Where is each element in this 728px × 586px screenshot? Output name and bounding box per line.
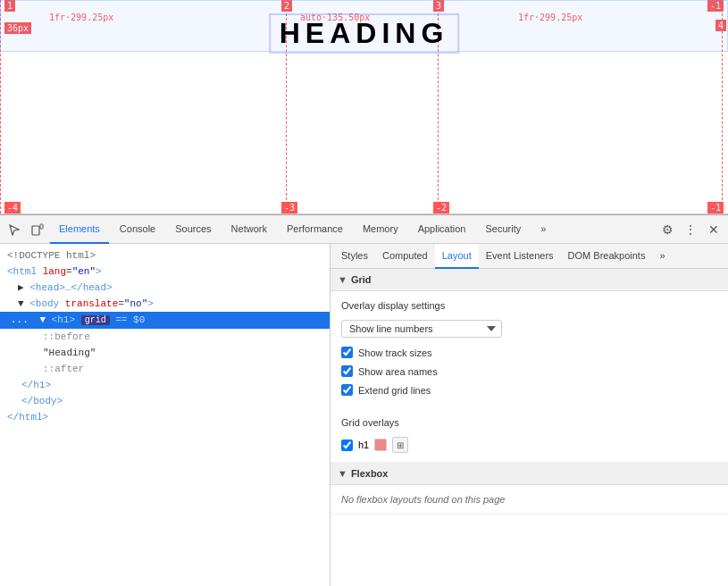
checkbox-area-names: Show area names <box>341 365 717 377</box>
right-panel: Styles Computed Layout Event Listeners D… <box>331 244 728 586</box>
settings-btn[interactable]: ⚙ <box>657 219 678 240</box>
sub-tab-layout[interactable]: Layout <box>435 244 479 269</box>
sub-tab-computed[interactable]: Computed <box>375 244 435 269</box>
dom-line-body[interactable]: ▼ <body translate="no"> <box>0 296 330 312</box>
preview-area: 1fr·299.25px auto·135.50px 1fr·299.25px … <box>0 0 728 214</box>
dom-line-head[interactable]: ▶ <head>…</head> <box>0 280 330 296</box>
dom-line-h1-close[interactable]: </h1> <box>0 377 330 393</box>
sub-tab-more[interactable]: » <box>652 244 672 269</box>
checkbox-track-sizes: Show track sizes <box>341 347 717 358</box>
grid-label-bot-neg1: -1 <box>707 202 724 213</box>
tab-memory[interactable]: Memory <box>354 215 407 244</box>
checkbox-area-names-input[interactable] <box>341 365 353 377</box>
sub-tabs: Styles Computed Layout Event Listeners D… <box>331 244 728 269</box>
flexbox-section: ▼ Flexbox No flexbox layouts found on th… <box>331 463 728 515</box>
dom-line-h1-selected[interactable]: ... ▼ <h1> grid == $0 <box>0 312 330 329</box>
dom-line-html[interactable]: <html lang="en"> <box>0 264 330 280</box>
dom-line-before: ::before <box>0 329 330 345</box>
dom-line-body-close[interactable]: </body> <box>0 393 330 409</box>
heading-text: HEADING <box>269 13 460 54</box>
checkbox-extend-grid-input[interactable] <box>341 384 353 396</box>
grid-label-bot-neg3: -3 <box>281 202 297 213</box>
checkbox-track-sizes-input[interactable] <box>341 347 353 358</box>
no-flexbox-text: No flexbox layouts found on this page <box>341 494 505 505</box>
sub-tab-styles[interactable]: Styles <box>334 244 375 269</box>
device-icon-btn[interactable] <box>27 219 48 240</box>
flexbox-arrow-icon: ▼ <box>338 468 347 479</box>
overlay-settings-title: Overlay display settings <box>341 300 717 311</box>
grid-label-bot-neg4: -4 <box>4 202 21 213</box>
flexbox-section-body: No flexbox layouts found on this page <box>331 485 728 515</box>
overlay-h1-label: h1 <box>358 440 369 450</box>
flexbox-section-header[interactable]: ▼ Flexbox <box>331 463 728 485</box>
sub-tab-dom-breakpoints[interactable]: DOM Breakpoints <box>561 244 653 269</box>
overlay-item-h1: h1 ⊞ <box>341 437 717 453</box>
overlay-color-swatch[interactable] <box>374 439 387 451</box>
checkbox-track-sizes-label: Show track sizes <box>358 347 432 358</box>
tab-application[interactable]: Application <box>409 215 475 244</box>
close-devtools-btn[interactable]: ✕ <box>703 219 724 240</box>
devtools-panel: Elements Console Sources Network Perform… <box>0 214 728 586</box>
overlay-h1-checkbox[interactable] <box>341 440 353 451</box>
dom-line-heading-text: "Heading" <box>0 345 330 361</box>
cursor-icon-btn[interactable] <box>4 219 25 240</box>
overlay-icon-btn[interactable]: ⊞ <box>392 437 408 453</box>
tab-elements[interactable]: Elements <box>50 215 109 244</box>
tab-network[interactable]: Network <box>222 215 276 244</box>
line-numbers-select[interactable]: Show line numbers Show track sizes Hide … <box>341 320 502 338</box>
device-icon <box>31 223 44 236</box>
dom-line-after: ::after <box>0 361 330 377</box>
cursor-icon <box>8 223 21 236</box>
more-options-btn[interactable]: ⋮ <box>680 219 701 240</box>
svg-rect-0 <box>32 226 39 235</box>
spacer <box>341 403 717 417</box>
devtools-body: <!DOCTYPE html> <html lang="en"> ▶ <head… <box>0 244 728 586</box>
dropdown-row: Show line numbers Show track sizes Hide … <box>341 320 717 338</box>
sub-tab-event-listeners[interactable]: Event Listeners <box>479 244 561 269</box>
dom-panel: <!DOCTYPE html> <html lang="en"> ▶ <head… <box>0 244 331 586</box>
devtools-toolbar: Elements Console Sources Network Perform… <box>0 215 728 244</box>
tab-performance[interactable]: Performance <box>278 215 352 244</box>
dom-line-doctype: <!DOCTYPE html> <box>0 247 330 264</box>
tab-sources[interactable]: Sources <box>166 215 220 244</box>
checkbox-extend-grid: Extend grid lines <box>341 384 717 396</box>
grid-section-header[interactable]: ▼ Grid <box>331 269 728 291</box>
layout-content: ▼ Grid Overlay display settings Show lin… <box>331 269 728 586</box>
grid-section: ▼ Grid Overlay display settings Show lin… <box>331 269 728 463</box>
checkbox-extend-grid-label: Extend grid lines <box>358 385 431 396</box>
tab-more[interactable]: » <box>531 215 555 244</box>
grid-arrow-icon: ▼ <box>338 274 347 285</box>
grid-section-body: Overlay display settings Show line numbe… <box>331 291 728 463</box>
tab-security[interactable]: Security <box>476 215 530 244</box>
dom-line-html-close[interactable]: </html> <box>0 409 330 425</box>
grid-section-title: Grid <box>351 274 372 285</box>
svg-rect-1 <box>40 224 43 229</box>
checkbox-area-names-label: Show area names <box>358 366 438 377</box>
grid-label-bot-neg2: -2 <box>433 202 449 213</box>
tab-console[interactable]: Console <box>111 215 164 244</box>
grid-overlays-title: Grid overlays <box>341 417 717 428</box>
flexbox-section-title: Flexbox <box>351 468 389 479</box>
